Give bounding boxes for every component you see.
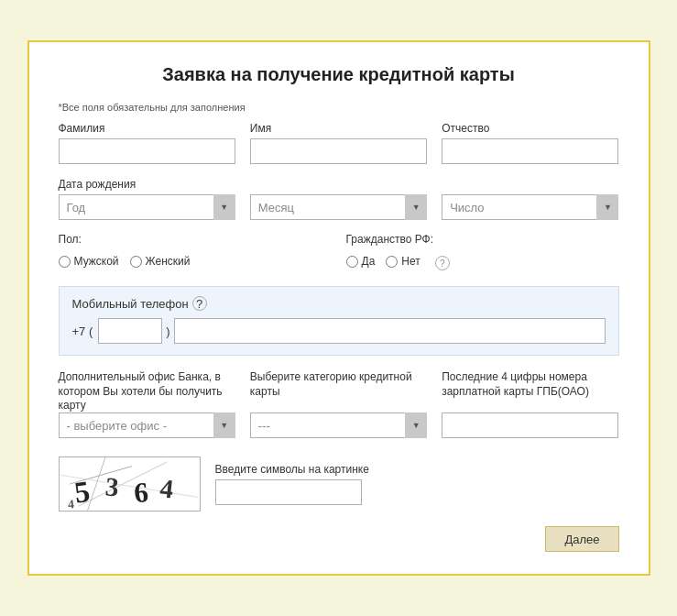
male-radio[interactable] <box>59 256 71 268</box>
captcha-svg: 5 3 6 4 4 <box>60 457 200 511</box>
card-category-select[interactable]: --- <box>250 412 427 438</box>
card-category-group: Выберите категорию кредитной карты --- <box>250 370 427 438</box>
last4-input[interactable] <box>442 412 618 438</box>
footer-row: Далее <box>59 526 619 552</box>
first-name-label: Имя <box>250 122 427 135</box>
bottom-row: Дополнительный офис Банка, в котором Вы … <box>59 370 619 438</box>
last-name-group: Фамилия <box>59 122 235 164</box>
office-group: Дополнительный офис Банка, в котором Вы … <box>59 370 235 438</box>
citizenship-no-radio[interactable] <box>386 256 398 268</box>
first-name-input[interactable] <box>250 138 427 164</box>
gender-group: Пол: Мужской Женский <box>59 233 332 273</box>
female-radio-label[interactable]: Женский <box>130 255 191 268</box>
day-group: Число <box>442 194 618 220</box>
svg-text:3: 3 <box>104 471 119 501</box>
year-select[interactable]: Год <box>59 194 235 220</box>
citizenship-yes-label[interactable]: Да <box>346 255 376 268</box>
phone-section-header: Мобильный телефон ? <box>72 296 606 311</box>
year-select-wrapper: Год <box>59 194 235 220</box>
gender-citizenship-row: Пол: Мужской Женский Гражданство РФ: Да <box>59 233 619 273</box>
citizenship-no-label[interactable]: Нет <box>386 255 420 268</box>
last4-group: Последние 4 цифры номера зарплатной карт… <box>442 370 618 438</box>
last-name-input[interactable] <box>59 138 235 164</box>
captcha-image: 5 3 6 4 4 <box>59 456 201 512</box>
captcha-input[interactable] <box>215 479 362 505</box>
last4-label: Последние 4 цифры номера зарплатной карт… <box>442 370 618 409</box>
form-container: Заявка на получение кредитной карты *Все… <box>27 40 650 576</box>
office-label: Дополнительный офис Банка, в котором Вы … <box>59 370 235 409</box>
birth-date-label: Дата рождения <box>59 178 136 191</box>
month-group: Месяц <box>250 194 427 220</box>
citizenship-label: Гражданство РФ: <box>346 233 619 246</box>
phone-prefix: +7 ( <box>72 324 93 338</box>
phone-number-input[interactable] <box>174 318 606 344</box>
last-name-label: Фамилия <box>59 122 235 135</box>
next-button[interactable]: Далее <box>545 526 618 552</box>
captcha-row: 5 3 6 4 4 Введите символы на картинке <box>59 456 619 512</box>
month-select[interactable]: Месяц <box>250 194 427 220</box>
captcha-label: Введите символы на картинке <box>215 463 369 476</box>
phone-row: +7 ( ) <box>72 318 606 344</box>
office-select[interactable]: - выберите офис - <box>59 412 235 438</box>
phone-section: Мобильный телефон ? +7 ( ) <box>59 286 619 356</box>
citizenship-group: Гражданство РФ: Да Нет ? <box>346 233 619 273</box>
office-select-wrapper: - выберите офис - <box>59 412 235 438</box>
middle-name-group: Отчество <box>442 122 618 164</box>
phone-help-icon[interactable]: ? <box>192 296 207 311</box>
captcha-input-group: Введите символы на картинке <box>215 463 369 505</box>
card-category-select-wrapper: --- <box>250 412 427 438</box>
citizenship-radio-group: Да Нет ? <box>346 249 619 273</box>
female-radio[interactable] <box>130 256 142 268</box>
card-category-label: Выберите категорию кредитной карты <box>250 370 427 409</box>
name-row: Фамилия Имя Отчество <box>59 122 619 164</box>
day-select-wrapper: Число <box>442 194 618 220</box>
day-select[interactable]: Число <box>442 194 618 220</box>
phone-area-input[interactable] <box>98 318 162 344</box>
year-group: Год <box>59 194 235 220</box>
first-name-group: Имя <box>250 122 427 164</box>
middle-name-label: Отчество <box>442 122 618 135</box>
yes-label: Да <box>362 255 376 268</box>
citizenship-yes-radio[interactable] <box>346 256 358 268</box>
gender-radio-group: Мужской Женский <box>59 249 332 273</box>
required-note: *Все поля обязательны для заполнения <box>59 102 619 113</box>
gender-label: Пол: <box>59 233 332 246</box>
citizenship-help-icon[interactable]: ? <box>435 256 450 270</box>
middle-name-input[interactable] <box>442 138 618 164</box>
page-title: Заявка на получение кредитной карты <box>59 64 619 85</box>
phone-paren-right: ) <box>166 324 169 338</box>
month-select-wrapper: Месяц <box>250 194 427 220</box>
no-label: Нет <box>401 255 420 268</box>
male-label: Мужской <box>74 255 119 268</box>
svg-text:6: 6 <box>132 476 148 509</box>
birth-date-row: Год Месяц Число <box>59 194 619 220</box>
female-label: Женский <box>146 255 191 268</box>
phone-label: Мобильный телефон <box>72 297 189 311</box>
male-radio-label[interactable]: Мужской <box>59 255 119 268</box>
